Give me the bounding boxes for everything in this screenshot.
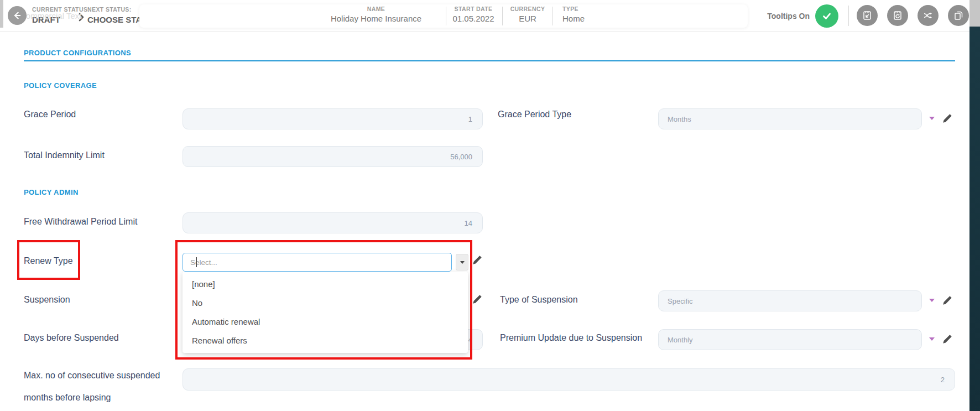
name-field: NAME Holiday Home Insurance [299, 6, 453, 23]
grace-period-type-value: Months [659, 115, 921, 123]
caret-down-icon[interactable] [929, 117, 935, 120]
copy-button[interactable] [948, 5, 969, 26]
scrollbar-thumb[interactable] [969, 0, 980, 27]
renew-type-select-input[interactable]: Select... [183, 253, 452, 272]
renew-type-option-none[interactable]: [none] [183, 275, 468, 294]
edit-icon[interactable] [941, 112, 953, 124]
renew-type-dropdown-button[interactable] [456, 254, 468, 270]
renew-type-dropdown-list: [none] No Automatic renewal Renewal offe… [183, 272, 468, 353]
total-indemnity-limit-value: 56,000 [183, 153, 482, 161]
text-cursor [196, 257, 197, 267]
name-value: Holiday Home Insurance [299, 14, 453, 23]
max-consecutive-value: 2 [183, 376, 955, 384]
renew-type-option-automatic-renewal[interactable]: Automatic renewal [183, 313, 468, 331]
grace-period-label: Grace Period [24, 110, 76, 119]
caret-down-icon [460, 261, 465, 264]
edit-icon[interactable] [471, 293, 483, 305]
shuffle-button[interactable] [918, 5, 939, 26]
window-edge [0, 0, 3, 28]
save-import-button[interactable] [857, 5, 878, 26]
type-value: Home [562, 14, 623, 23]
section-policy-coverage: POLICY COVERAGE [24, 81, 97, 90]
renew-type-placeholder: Select... [183, 258, 217, 267]
next-status-label: NEXT STATUS: [87, 6, 132, 13]
type-label: TYPE [562, 6, 623, 12]
renew-type-option-no[interactable]: No [183, 294, 468, 313]
watermark-text: Commercial Text [20, 11, 81, 20]
back-icon [12, 11, 22, 20]
save-refresh-button[interactable] [887, 5, 908, 26]
free-withdrawal-period-limit-value: 14 [183, 219, 482, 227]
tooltips-toggle-button[interactable] [815, 4, 838, 28]
days-before-suspended-label: Days before Suspended [24, 333, 119, 343]
back-button[interactable] [8, 6, 27, 25]
currency-field: CURRENCY EUR [504, 6, 551, 23]
type-of-suspension-value: Specific [659, 297, 921, 305]
section-policy-admin: POLICY ADMIN [24, 188, 79, 196]
edit-icon[interactable] [941, 333, 953, 345]
header-divider [552, 7, 553, 25]
suspension-label: Suspension [24, 295, 70, 305]
section-product-configurations: PRODUCT CONFIGURATIONS [24, 49, 131, 57]
edit-icon[interactable] [471, 254, 483, 266]
start-date-value: 01.05.2022 [447, 14, 500, 23]
type-of-suspension-label: Type of Suspension [500, 295, 578, 305]
start-date-field: START DATE 01.05.2022 [447, 6, 500, 23]
premium-update-value: Monthly [659, 336, 921, 344]
start-date-label: START DATE [447, 6, 500, 12]
save-refresh-icon [892, 10, 903, 21]
currency-value: EUR [504, 14, 551, 23]
total-indemnity-limit-label: Total Indemnity Limit [24, 150, 105, 160]
premium-update-label: Premium Update due to Suspension [500, 333, 642, 343]
grace-period-input[interactable]: 1 [183, 108, 483, 129]
free-withdrawal-period-limit-label: Free Withdrawal Period Limit [24, 217, 137, 227]
page-background-strip [969, 0, 980, 411]
save-import-icon [862, 10, 873, 21]
renew-type-option-renewal-offers[interactable]: Renewal offers [183, 331, 468, 350]
max-consecutive-input[interactable]: 2 [183, 368, 955, 391]
copy-icon [953, 10, 964, 21]
grace-period-type-select[interactable]: Months [658, 108, 922, 129]
tooltips-check-icon [821, 10, 833, 22]
type-field: TYPE Home [562, 6, 623, 23]
header-divider [502, 7, 503, 25]
max-consecutive-label-line2: months before lapsing [24, 393, 111, 403]
grace-period-type-label: Grace Period Type [498, 110, 571, 119]
edit-icon[interactable] [941, 294, 953, 306]
section-underline [24, 60, 955, 61]
total-indemnity-limit-input[interactable]: 56,000 [183, 146, 483, 167]
type-of-suspension-select[interactable]: Specific [658, 290, 922, 311]
currency-label: CURRENCY [504, 6, 551, 12]
header-bar: Commercial Text CURRENT STATUS: DRAFT NE… [0, 0, 969, 32]
header-divider [446, 7, 446, 25]
tooltips-toggle-label: Tooltips On [743, 12, 810, 20]
name-label: NAME [299, 6, 453, 12]
free-withdrawal-period-limit-input[interactable]: 14 [183, 212, 483, 233]
premium-update-select[interactable]: Monthly [658, 329, 922, 350]
renew-type-label: Renew Type [24, 256, 73, 266]
caret-down-icon[interactable] [929, 299, 935, 302]
shuffle-icon [922, 10, 934, 21]
max-consecutive-label-line1: Max. no of consecutive suspended [24, 371, 160, 381]
caret-down-icon[interactable] [929, 337, 935, 341]
product-configuration-screen: Commercial Text CURRENT STATUS: DRAFT NE… [0, 0, 980, 411]
header-divider [848, 6, 849, 26]
grace-period-value: 1 [183, 115, 482, 123]
